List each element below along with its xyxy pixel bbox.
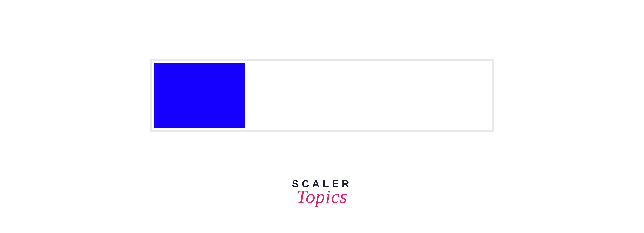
progress-bar-fill	[154, 63, 245, 128]
scaler-topics-logo: SCALER Topics	[292, 178, 352, 208]
logo-text-topics: Topics	[292, 186, 352, 208]
progress-bar-track	[150, 59, 494, 132]
